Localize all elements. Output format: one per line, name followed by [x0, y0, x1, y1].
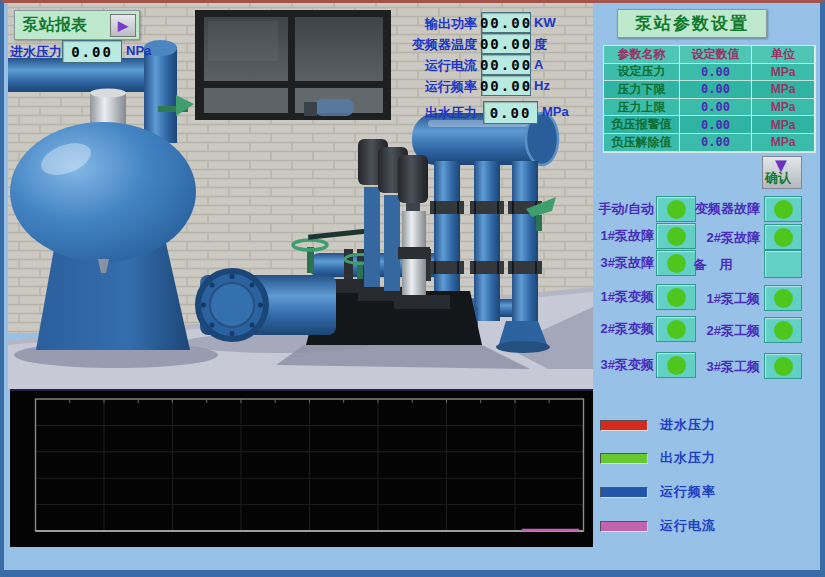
- report-play-icon[interactable]: ▶: [110, 14, 136, 37]
- legend-label-inlet-pressure: 进水压力: [660, 416, 716, 434]
- outlet-pressure-label: 出水压力: [387, 104, 477, 122]
- led-dot: [774, 357, 793, 376]
- suction-header: [198, 271, 336, 339]
- param-name: 设定压力: [604, 64, 680, 82]
- inverter-temp-unit: 度: [534, 36, 547, 54]
- output-power-unit: KW: [534, 15, 556, 30]
- led-dot: [774, 200, 793, 219]
- param-setvalue[interactable]: 0.00: [680, 116, 752, 134]
- indicator-label-manual-auto: 手动/自动: [566, 200, 654, 218]
- trend-chart: [10, 391, 593, 545]
- param-unit: MPa: [752, 134, 815, 152]
- legend-label-run-current: 运行电流: [660, 517, 716, 535]
- legend-swatch-inlet-pressure: [600, 420, 648, 431]
- param-unit: MPa: [752, 116, 815, 134]
- indicator-label-pump2-fault: 2#泵故障: [666, 229, 760, 247]
- confirm-button-label: 确认: [765, 169, 791, 187]
- indicator-label-spare: 备 用: [666, 256, 760, 274]
- indicator-label-pump1-vfd: 1#泵变频: [566, 288, 654, 306]
- indicator-label-inverter-fault: 变频器故障: [666, 200, 760, 218]
- param-unit: MPa: [752, 64, 815, 82]
- led-dot: [774, 228, 793, 247]
- params-panel-title: 泵站参数设置: [617, 9, 767, 38]
- pump-station-hmi: 泵站报表 ▶ 进水压力 0.00 NPa 输出功率 00.00 KW 变频器温度…: [0, 0, 825, 577]
- param-name: 压力下限: [604, 81, 680, 99]
- outlet-pressure-value: 0.00: [483, 101, 538, 124]
- col-header-unit: 单位: [752, 46, 815, 64]
- inlet-pressure-label: 进水压力: [10, 43, 62, 61]
- indicator-label-pump2-mains: 2#泵工频: [666, 322, 760, 340]
- led-pump3-mains: [764, 353, 802, 379]
- legend-swatch-run-current: [600, 521, 648, 532]
- confirm-button[interactable]: ▼ 确认: [762, 156, 802, 189]
- param-setvalue[interactable]: 0.00: [680, 134, 752, 152]
- indicator-label-pump1-fault: 1#泵故障: [566, 227, 654, 245]
- led-inverter-fault: [764, 196, 802, 222]
- inlet-pressure-value: 0.00: [62, 40, 122, 63]
- indicator-label-pump3-mains: 3#泵工频: [666, 358, 760, 376]
- inverter-temp-label: 变频器温度: [387, 36, 477, 54]
- run-current-value: 00.00: [481, 54, 531, 75]
- led-dot: [774, 321, 793, 340]
- indicator-label-pump3-vfd: 3#泵变频: [566, 356, 654, 374]
- col-header-setvalue: 设定数值: [680, 46, 752, 64]
- param-setvalue[interactable]: 0.00: [680, 99, 752, 117]
- led-spare: [764, 250, 802, 278]
- run-current-label: 运行电流: [387, 57, 477, 75]
- inverter-temp-value: 00.00: [481, 33, 531, 54]
- run-frequency-label: 运行频率: [387, 78, 477, 96]
- indicator-label-pump3-fault: 3#泵故障: [566, 254, 654, 272]
- report-button[interactable]: 泵站报表 ▶: [14, 10, 140, 40]
- run-current-unit: A: [534, 57, 543, 72]
- params-table: 参数名称 设定数值 单位 设定压力 0.00 MPa 压力下限 0.00 MPa…: [603, 45, 816, 153]
- trend-chart-panel: [10, 389, 593, 547]
- param-name: 压力上限: [604, 99, 680, 117]
- legend-label-outlet-pressure: 出水压力: [660, 449, 716, 467]
- indicator-label-pump1-mains: 1#泵工频: [666, 290, 760, 308]
- param-name: 负压解除值: [604, 134, 680, 152]
- led-pump2-mains: [764, 317, 802, 343]
- led-dot: [774, 289, 793, 308]
- inlet-pressure-unit: NPa: [126, 43, 151, 58]
- run-frequency-value: 00.00: [481, 75, 531, 96]
- output-power-label: 输出功率: [387, 15, 477, 33]
- param-unit: MPa: [752, 99, 815, 117]
- led-dot: [774, 255, 793, 274]
- legend-label-run-frequency: 运行频率: [660, 483, 716, 501]
- led-pump2-fault: [764, 224, 802, 250]
- param-name: 负压报警值: [604, 116, 680, 134]
- led-pump1-mains: [764, 285, 802, 311]
- param-setvalue[interactable]: 0.00: [680, 81, 752, 99]
- report-button-label: 泵站报表: [23, 15, 87, 36]
- legend-swatch-run-frequency: [600, 487, 648, 498]
- col-header-name: 参数名称: [604, 46, 680, 64]
- param-unit: MPa: [752, 81, 815, 99]
- indicator-label-pump2-vfd: 2#泵变频: [566, 320, 654, 338]
- window: [195, 10, 391, 120]
- param-setvalue[interactable]: 0.00: [680, 64, 752, 82]
- output-power-value: 00.00: [481, 12, 531, 33]
- outlet-pressure-unit: MPa: [542, 104, 569, 119]
- legend-swatch-outlet-pressure: [600, 453, 648, 464]
- run-frequency-unit: Hz: [534, 78, 550, 93]
